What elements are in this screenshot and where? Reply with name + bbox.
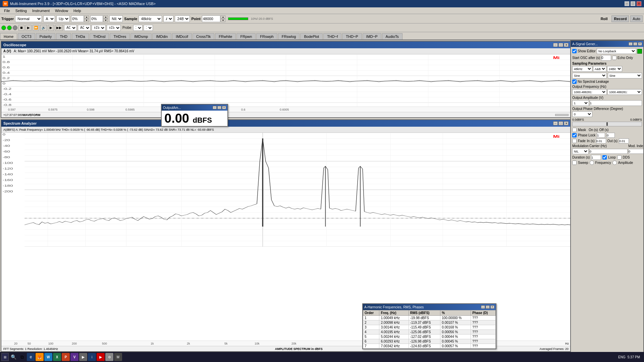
phaselock-checkbox[interactable] [572, 133, 577, 137]
fade-in-input[interactable] [596, 138, 606, 143]
firefox-icon[interactable]: 🦊 [36, 353, 44, 361]
app4-icon[interactable]: ▶ [97, 353, 105, 361]
menu-file[interactable]: File [1, 8, 13, 13]
channel-select[interactable]: AB [43, 15, 55, 22]
menu-help[interactable]: Help [71, 8, 84, 13]
point-input[interactable] [202, 15, 220, 22]
tab-frwhite[interactable]: FRwhite [215, 33, 236, 40]
tab-crosstlk[interactable]: CrossTlk [193, 33, 214, 40]
spec-minimize[interactable]: ─ [553, 121, 558, 125]
word-icon[interactable]: W [44, 353, 52, 361]
tab-imddin[interactable]: IMDdin [152, 33, 171, 40]
nil-select[interactable]: NIL [109, 15, 123, 22]
dds-checkbox[interactable] [617, 155, 622, 160]
maximize-button[interactable]: □ [631, 1, 635, 6]
tab-imdccif[interactable]: IMDccif [172, 33, 192, 40]
output-maximize[interactable]: □ [217, 106, 221, 109]
osc-scrollbar[interactable] [555, 114, 569, 116]
channel-a2-select[interactable]: AB [163, 15, 173, 22]
freq2-select[interactable]: 1000.488281: [607, 89, 642, 95]
direction-select[interactable]: UpDown [56, 15, 70, 22]
point-down[interactable]: ▼ [221, 19, 225, 22]
pct2-input[interactable] [90, 15, 103, 22]
freq-radio[interactable] [590, 161, 594, 165]
pct1-input[interactable] [71, 15, 84, 22]
toolbar2-btn-4[interactable]: 🔊 [40, 25, 47, 31]
toolbar2-btn-3[interactable]: ⏩ [33, 25, 39, 31]
osc-close[interactable]: ✕ [564, 43, 569, 47]
show-editor-select[interactable]: No Loopback [597, 48, 636, 54]
duration-input[interactable] [591, 155, 601, 160]
tab-thdnsl[interactable]: THDnsl [90, 33, 109, 40]
wave1-select[interactable]: Sine [572, 73, 607, 78]
auto-button[interactable]: Auto [630, 15, 643, 22]
echo-only-checkbox[interactable] [612, 56, 616, 60]
fade-checkbox[interactable] [572, 139, 577, 143]
start-button[interactable]: ⊞ [1, 353, 9, 361]
v2-select[interactable]: ±1V [107, 25, 121, 31]
modindex-input[interactable] [628, 149, 644, 154]
tab-oct3[interactable]: OCT3 [18, 33, 35, 40]
amp1-select[interactable]: 1 [572, 100, 589, 106]
tab-frswph[interactable]: FRswph [256, 33, 277, 40]
mask-checkbox[interactable] [572, 128, 577, 132]
menu-window[interactable]: Window [52, 8, 71, 13]
toolbar2-btn-1[interactable]: ⏹ [18, 25, 24, 31]
tab-imdsmp[interactable]: IMDsmp [130, 33, 152, 40]
probe1-select[interactable]: 1 [133, 25, 143, 31]
point-up[interactable]: ▲ [221, 15, 225, 19]
carrier-input[interactable] [589, 149, 628, 154]
tab-thdf[interactable]: THD~f [323, 33, 341, 40]
record-button[interactable]: Record [611, 15, 629, 22]
pct1-up[interactable]: ▲ [84, 15, 89, 19]
ac-select2[interactable]: ACDC [78, 25, 91, 31]
tab-thdp[interactable]: THD~P [342, 33, 362, 40]
toolbar2-btn-5[interactable]: ▶ [48, 25, 54, 31]
bit-depth-select[interactable]: 24Bit16Bit [175, 15, 190, 22]
sig-gen-close[interactable]: ✕ [638, 42, 642, 46]
trigger-mode-select[interactable]: NormalAutoSingle [15, 15, 42, 22]
output-close[interactable]: ✕ [222, 106, 226, 109]
spec-maximize[interactable]: □ [558, 121, 563, 125]
toolbar2-btn-6[interactable]: ▶▶ [55, 25, 63, 31]
app5-icon[interactable]: ⚙ [105, 353, 113, 361]
sample-rate-select2[interactable]: 48kHz [572, 66, 592, 72]
ac-select1[interactable]: ACDC [64, 25, 77, 31]
app6-icon[interactable]: M [114, 353, 122, 361]
close-button[interactable]: ✕ [637, 1, 641, 6]
tab-bodeplot[interactable]: BodePlot [300, 33, 323, 40]
tab-thd[interactable]: THD [56, 33, 71, 40]
output-minimize[interactable]: ─ [213, 106, 217, 109]
app3-icon[interactable]: i [88, 353, 96, 361]
pct1-down[interactable]: ▼ [84, 19, 89, 22]
search-icon[interactable]: 🔍 [9, 353, 17, 361]
toolbar2-btn-2[interactable]: ▶ [25, 25, 32, 31]
tab-imdp[interactable]: IMD~P [363, 33, 381, 40]
app2-icon[interactable]: ▶ [79, 353, 87, 361]
sig-gen-maximize[interactable]: □ [633, 42, 637, 46]
tab-home[interactable]: Home [0, 33, 17, 40]
tab-frswlog[interactable]: FRswlog [278, 33, 300, 40]
vba-icon[interactable]: V [70, 353, 78, 361]
menu-instrument[interactable]: Instrument [30, 8, 52, 13]
amplitude-slider[interactable] [572, 122, 642, 126]
show-editor-checkbox[interactable] [572, 49, 577, 53]
tab-audiots[interactable]: AudioTs [382, 33, 402, 40]
tab-thdres[interactable]: THDres [110, 33, 130, 40]
minimize-button[interactable]: ─ [625, 1, 629, 6]
ie-icon[interactable]: e [27, 353, 35, 361]
harm-minimize[interactable]: ─ [481, 305, 485, 309]
loop-checkbox[interactable] [602, 155, 607, 160]
pct2-down[interactable]: ▼ [103, 19, 108, 22]
amp-radio[interactable] [612, 161, 617, 165]
spectral-checkbox[interactable] [572, 79, 577, 84]
mod-select[interactable]: NIL [572, 148, 589, 154]
sig-gen-minimize[interactable]: ─ [629, 42, 633, 46]
wave2-select[interactable]: Sine [608, 73, 642, 78]
probe2-select[interactable]: 1 [144, 25, 153, 31]
tab-polarity[interactable]: Polarity [36, 33, 56, 40]
amp2-input[interactable] [590, 100, 642, 106]
menu-setting[interactable]: Setting [13, 8, 30, 13]
phaselock-input1[interactable] [597, 133, 605, 138]
v1-select[interactable]: ±1V [92, 25, 106, 31]
